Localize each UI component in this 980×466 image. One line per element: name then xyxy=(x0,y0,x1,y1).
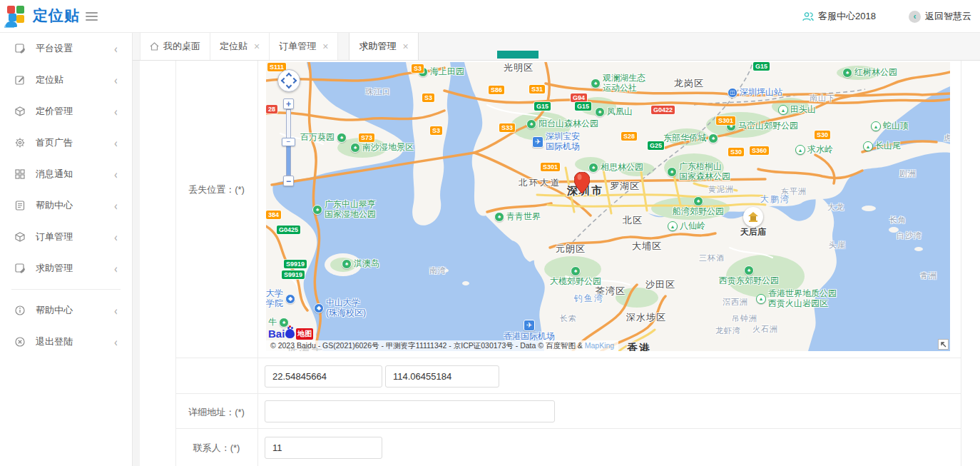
map-label-南沙湿地景区: ♠南沙湿地景区 xyxy=(350,143,414,153)
map-label-求水岭: ▲求水岭 xyxy=(795,145,833,155)
back-to-cloud-button[interactable]: ‹ 返回智慧云 xyxy=(909,10,971,23)
zoom-slider-thumb[interactable]: − xyxy=(282,138,295,146)
temple-icon xyxy=(743,207,763,227)
sidebar-item-定价管理[interactable]: 定价管理‹ xyxy=(0,96,132,127)
sidebar-item-帮助中心[interactable]: 帮助中心‹ xyxy=(0,295,132,326)
chevron-left-icon: ‹ xyxy=(114,73,118,88)
zoom-out-button[interactable]: − xyxy=(283,176,294,186)
park-icon: ♠ xyxy=(595,107,605,117)
tab-close-icon[interactable]: × xyxy=(254,41,260,51)
map-overview-toggle[interactable] xyxy=(938,339,949,350)
tab-订单管理[interactable]: 订单管理× xyxy=(270,33,338,60)
mountain-icon: ▲ xyxy=(778,105,788,115)
map-label-三杯酒: 三杯酒 xyxy=(699,253,725,263)
map-label-北环大道: 北环大道 xyxy=(519,178,561,188)
chevron-left-icon: ‹ xyxy=(114,104,118,119)
sidebar-item-求助管理[interactable]: 求助管理‹ xyxy=(0,253,132,284)
chevron-left-icon: ‹ xyxy=(114,230,118,245)
map-label-南山下: 南山下 xyxy=(810,93,835,103)
road-shield-384: 384 xyxy=(266,211,281,219)
sidebar-item-订单管理[interactable]: 订单管理‹ xyxy=(0,221,132,253)
park-icon: ♠ xyxy=(744,265,754,275)
sidebar-item-首页广告[interactable]: 首页广告‹ xyxy=(0,127,132,158)
road-shield-G15: G15 xyxy=(753,62,770,71)
park-icon: ♠ xyxy=(708,133,718,143)
road-shield-S9919: S9919 xyxy=(284,260,307,268)
sidebar-item-平台设置[interactable]: 平台设置‹ xyxy=(0,33,132,64)
map-label-广东中山翠亨国家湿地公园: ♠广东中山翠亨 国家湿地公园 xyxy=(312,200,376,220)
map-label-罗湖区: 罗湖区 xyxy=(610,181,640,192)
park-icon: ♠ xyxy=(667,167,677,177)
sidebar-item-定位贴[interactable]: 定位贴‹ xyxy=(0,64,132,96)
table-border xyxy=(175,358,961,358)
sidebar-item-消息通知[interactable]: 消息通知‹ xyxy=(0,158,132,190)
doc-icon xyxy=(14,200,26,211)
chevron-left-icon: ‹ xyxy=(114,303,118,318)
map-label-青青世界: ♠青青世界 xyxy=(494,212,541,222)
chevron-left-icon: ‹ xyxy=(114,167,118,182)
map-label-大鹏湾: 大鹏湾 xyxy=(760,195,790,205)
app-logo: 定位贴 xyxy=(7,6,80,26)
tab-求助管理[interactable]: 求助管理× xyxy=(349,32,418,60)
park-icon: ♠ xyxy=(494,212,504,222)
baidu-map-word: 地图 xyxy=(296,328,313,340)
sidebar-item-label: 订单管理 xyxy=(36,231,114,243)
map-label-南湾: 南湾 xyxy=(429,266,446,275)
park-icon: ♠ xyxy=(337,133,347,143)
map-label-大埔区: 大埔区 xyxy=(632,241,662,252)
tab-close-icon[interactable]: × xyxy=(322,41,328,51)
road-shield-S30: S30 xyxy=(815,131,830,139)
scrolled-button-fragment[interactable] xyxy=(497,51,539,59)
zoom-in-button[interactable]: + xyxy=(283,98,294,109)
tab-我的桌面[interactable]: 我的桌面 xyxy=(140,33,210,60)
airport-icon: ✈ xyxy=(532,136,543,148)
hamburger-menu-icon[interactable] xyxy=(86,12,98,21)
map-label-中山大学(珠海校区): ◆中山大学 (珠海校区) xyxy=(314,298,366,318)
road-shield-S301: S301 xyxy=(716,116,735,125)
table-border xyxy=(257,61,258,466)
map-pin-icon[interactable] xyxy=(574,172,590,193)
map-label-深水埗区: 深水埗区 xyxy=(626,313,666,323)
longitude-input[interactable] xyxy=(385,365,499,388)
mapking-link[interactable]: MapKing xyxy=(585,341,614,350)
park-icon: ♠ xyxy=(693,196,703,206)
tab-定位贴[interactable]: 定位贴× xyxy=(210,33,270,60)
map-label-深圳宝安国际机场: ✈深圳宝安 国际机场 xyxy=(532,132,580,152)
map-label-西贡东郊野公园: ♠西贡东郊野公园 xyxy=(719,265,779,286)
lost-location-label: 丢失位置：(*) xyxy=(175,183,257,196)
sidebar-item-label: 平台设置 xyxy=(36,42,114,55)
map-pan-control[interactable] xyxy=(277,69,300,92)
form-content: 丢失位置：(*) 详细地址：(*) 联系人：(*) xyxy=(133,61,980,466)
user-account[interactable]: 客服中心2018 xyxy=(802,10,876,23)
mountain-icon: ▲ xyxy=(756,294,766,304)
tab-bar: 我的桌面定位贴×订单管理×求助管理× xyxy=(133,33,980,61)
road-shield-S86: S86 xyxy=(489,86,504,94)
map-label-大榄郊野公园: ♠大榄郊野公园 xyxy=(550,266,601,287)
address-input[interactable] xyxy=(265,400,555,422)
map-label-蛇山顶: ▲蛇山顶 xyxy=(871,121,909,131)
chevron-left-icon: ‹ xyxy=(114,41,118,56)
university-icon: ◆ xyxy=(285,294,295,304)
map-label-元朗区: 元朗区 xyxy=(556,244,586,255)
baidu-map[interactable]: + − − Bai 地图 © 2023 Baidu - GS(2021)6026… xyxy=(266,62,950,351)
chevron-left-icon: ‹ xyxy=(114,136,118,151)
sidebar-item-label: 求助管理 xyxy=(36,262,114,275)
sidebar-item-帮助中心[interactable]: 帮助中心‹ xyxy=(0,190,132,221)
road-shield-S9919: S9919 xyxy=(282,270,305,279)
info-icon xyxy=(14,305,26,316)
map-label-龙岗区: 龙岗区 xyxy=(674,78,704,89)
map-label-深圳坪山站: ◫深圳坪山站 xyxy=(728,88,782,98)
park-icon: ♠ xyxy=(591,78,601,88)
map-label-长索: 长索 xyxy=(560,314,577,323)
tab-close-icon[interactable]: × xyxy=(402,41,408,51)
latitude-input[interactable] xyxy=(265,365,382,388)
doc-edit-icon xyxy=(14,263,26,274)
map-label-大学学院: ◆大学 学院 xyxy=(266,289,295,309)
road-shield-S301: S301 xyxy=(541,163,560,171)
map-label-相思林公园: ♠相思林公园 xyxy=(588,163,643,173)
map-label-大龙: 大龙 xyxy=(827,203,844,212)
baidu-logo-text: Bai xyxy=(268,328,285,340)
sidebar-item-退出登陆[interactable]: 退出登陆‹ xyxy=(0,326,132,358)
contact-input[interactable] xyxy=(265,437,382,459)
sidebar-nav: 平台设置‹定位贴‹定价管理‹首页广告‹消息通知‹帮助中心‹订单管理‹求助管理‹帮… xyxy=(0,33,133,466)
